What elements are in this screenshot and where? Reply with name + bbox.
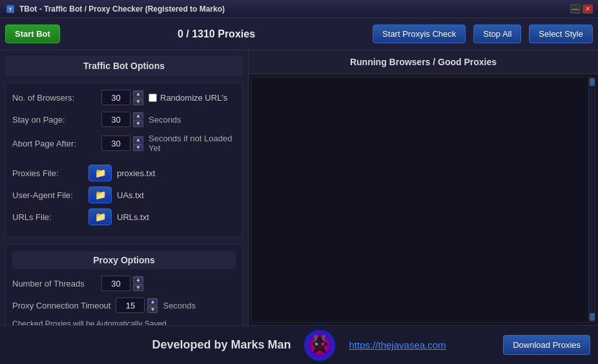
ua-file-button[interactable]: 📁 xyxy=(88,187,112,203)
scroll-thumb-top xyxy=(590,78,595,86)
close-button[interactable]: ✕ xyxy=(583,5,593,14)
start-bot-button[interactable]: Start Bot xyxy=(5,25,60,43)
browsers-label: No. of Browsers: xyxy=(12,93,96,103)
start-proxies-button[interactable]: Start Proxyis Check xyxy=(373,25,466,43)
urls-file-row: URLs File: 📁 URLs.txt xyxy=(12,208,236,225)
timeout-up-btn[interactable]: ▲ xyxy=(147,298,158,305)
timeout-spinner-btns: ▲ ▼ xyxy=(147,298,158,313)
right-panel: Running Browsers / Good Proxies xyxy=(249,50,598,325)
randomize-checkbox[interactable] xyxy=(149,94,157,102)
timeout-suffix: Seconds xyxy=(163,301,196,310)
timeout-label: Proxy Connection Timeout xyxy=(12,301,110,310)
threads-up-btn[interactable]: ▲ xyxy=(133,276,143,283)
abort-row: Abort Page After: ▲ ▼ Seconds if not Loa… xyxy=(12,134,236,153)
main-content: Traffic Bot Options No. of Browsers: ▲ ▼… xyxy=(0,50,598,325)
proxies-file-label: Proxies File: xyxy=(12,168,83,178)
download-proxies-button[interactable]: Download Proxies xyxy=(503,335,590,355)
randomize-label: Randomize URL's xyxy=(160,93,227,103)
svg-point-3 xyxy=(315,343,318,345)
threads-down-btn[interactable]: ▼ xyxy=(133,284,143,291)
scroll-thumb-bottom xyxy=(590,313,595,321)
stay-label: Stay on Page: xyxy=(12,115,96,125)
proxies-file-button[interactable]: 📁 xyxy=(88,165,112,181)
threads-label: Number of Threads xyxy=(12,279,96,288)
threads-row: Number of Threads ▲ ▼ xyxy=(12,276,236,291)
threads-input[interactable] xyxy=(101,276,130,291)
toolbar: Start Bot 0 / 1310 Proxies Start Proxyis… xyxy=(0,18,598,50)
bottom-bar: Developed by Marks Man https://thejavase… xyxy=(0,325,598,364)
abort-suffix: Seconds if not Loaded Yet xyxy=(149,134,236,153)
ua-file-name: UAs.txt xyxy=(117,190,144,200)
svg-point-4 xyxy=(322,343,324,345)
stay-input[interactable] xyxy=(101,112,130,127)
proxies-file-row: Proxies File: 📁 proxies.txt xyxy=(12,165,236,181)
left-panel: Traffic Bot Options No. of Browsers: ▲ ▼… xyxy=(0,50,249,325)
ua-file-row: User-Agent File: 📁 UAs.txt xyxy=(12,187,236,203)
timeout-down-btn[interactable]: ▼ xyxy=(147,306,158,313)
traffic-bot-options: No. of Browsers: ▲ ▼ Randomize URL's Sta… xyxy=(5,83,243,238)
browsers-down-btn[interactable]: ▼ xyxy=(133,98,143,105)
timeout-row: Proxy Connection Timeout ▲ ▼ Seconds xyxy=(12,298,236,313)
urls-file-label: URLs File: xyxy=(12,212,83,222)
abort-spinner: ▲ ▼ xyxy=(101,136,143,151)
browsers-row: No. of Browsers: ▲ ▼ Randomize URL's xyxy=(12,90,236,105)
browsers-input[interactable] xyxy=(101,90,130,105)
threads-spinner: ▲ ▼ xyxy=(101,276,143,291)
title-bar: T TBot - Traffic Bot / Proxy Checker (Re… xyxy=(0,0,598,18)
timeout-input[interactable] xyxy=(116,298,145,313)
proxy-count: 0 / 1310 Proxies xyxy=(68,28,365,40)
proxy-options-title: Proxy Options xyxy=(12,251,236,269)
abort-label: Abort Page After: xyxy=(12,139,96,148)
proxies-file-name: proxies.txt xyxy=(117,168,155,178)
stay-down-btn[interactable]: ▼ xyxy=(133,120,143,127)
abort-spinner-btns: ▲ ▼ xyxy=(133,136,143,151)
browsers-spinner-btns: ▲ ▼ xyxy=(133,90,143,105)
scroll-bar-right[interactable] xyxy=(588,77,595,322)
threads-spinner-btns: ▲ ▼ xyxy=(133,276,143,291)
wolf-logo xyxy=(304,329,336,361)
select-style-button[interactable]: Select Style xyxy=(529,25,593,43)
svg-text:T: T xyxy=(9,6,12,12)
timeout-spinner: ▲ ▼ xyxy=(116,298,158,313)
abort-input[interactable] xyxy=(101,136,130,151)
title-text: TBot - Traffic Bot / Proxy Checker (Regi… xyxy=(19,5,225,14)
traffic-bot-title: Traffic Bot Options xyxy=(5,56,243,76)
randomize-wrapper: Randomize URL's xyxy=(149,93,227,103)
stay-spinner-btns: ▲ ▼ xyxy=(133,112,143,127)
browsers-spinner: ▲ ▼ xyxy=(101,90,143,105)
proxy-display-area xyxy=(251,77,595,323)
stay-suffix: Seconds xyxy=(149,115,181,125)
dev-text: Developed by Marks Man xyxy=(152,338,291,352)
stay-spinner: ▲ ▼ xyxy=(101,112,143,127)
title-bar-left: T TBot - Traffic Bot / Proxy Checker (Re… xyxy=(5,4,225,14)
browsers-up-btn[interactable]: ▲ xyxy=(133,90,143,97)
stop-all-button[interactable]: Stop All xyxy=(473,25,521,43)
title-controls: — ✕ xyxy=(570,5,593,14)
abort-down-btn[interactable]: ▼ xyxy=(133,144,143,151)
urls-file-button[interactable]: 📁 xyxy=(88,208,112,225)
abort-up-btn[interactable]: ▲ xyxy=(133,136,143,143)
app-icon: T xyxy=(5,4,15,14)
stay-up-btn[interactable]: ▲ xyxy=(133,112,143,119)
right-panel-title: Running Browsers / Good Proxies xyxy=(249,50,598,74)
dev-link[interactable]: https://thejavasea.com xyxy=(349,339,446,350)
stay-row: Stay on Page: ▲ ▼ Seconds xyxy=(12,112,236,127)
urls-file-name: URLs.txt xyxy=(117,212,149,222)
minimize-button[interactable]: — xyxy=(570,5,581,14)
ua-file-label: User-Agent File: xyxy=(12,190,83,200)
